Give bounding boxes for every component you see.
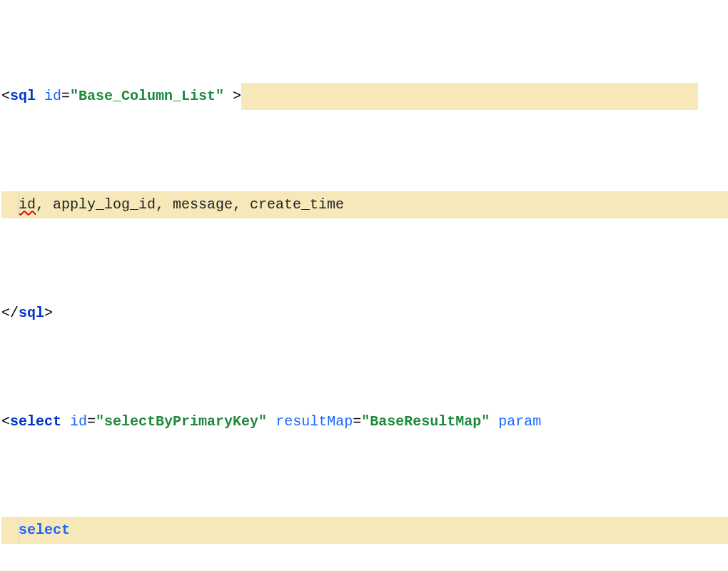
code-line: <select id="selectByPrimaryKey" resultMa… <box>1 408 728 435</box>
code-line: id, apply_log_id, message, create_time <box>1 191 728 218</box>
code-line: select <box>1 517 728 544</box>
code-editor: <sql id="Base_Column_List" > id, apply_l… <box>0 0 728 571</box>
code-line: </sql> <box>1 300 728 327</box>
code-line: <sql id="Base_Column_List" > <box>1 83 728 110</box>
